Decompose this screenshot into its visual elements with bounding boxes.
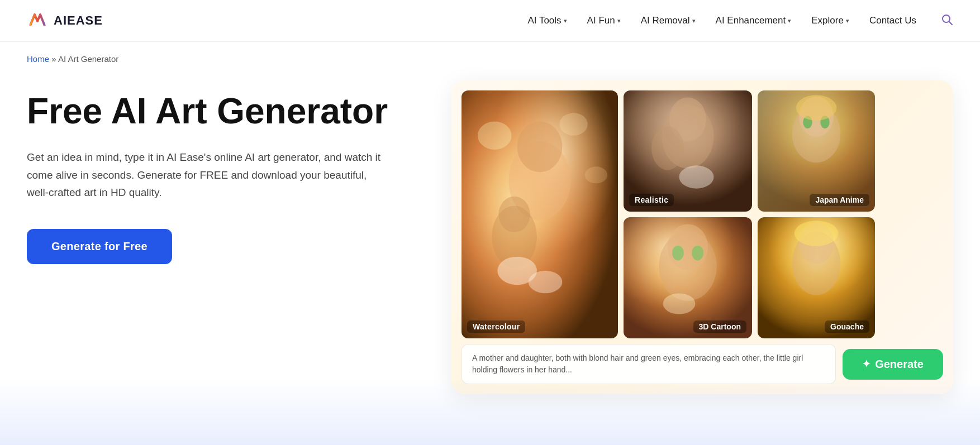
3d-cartoon-label: 3D Cartoon [693,320,746,333]
nav-item-ai-fun[interactable]: AI Fun ▾ [587,15,621,26]
svg-point-31 [692,246,703,261]
logo-icon [27,10,48,31]
nav-item-ai-removal[interactable]: AI Removal ▾ [641,15,696,26]
breadcrumb-separator: » [51,54,58,64]
svg-point-29 [668,224,708,270]
nav-item-ai-enhancement[interactable]: AI Enhancement ▾ [716,15,792,26]
generate-button[interactable]: ✦ Generate [843,349,943,380]
image-grid: Watercolour [462,90,943,338]
svg-point-18 [679,165,714,188]
hero-description: Get an idea in mind, type it in AI Ease'… [27,149,384,201]
prompt-text: A mother and daughter, both with blond h… [462,344,836,384]
generate-free-button[interactable]: Generate for Free [27,229,172,264]
chevron-down-icon: ▾ [846,17,849,25]
generate-button-label: Generate [875,358,924,371]
nav-item-explore[interactable]: Explore ▾ [811,15,849,26]
chevron-down-icon: ▾ [692,17,696,25]
image-cell-3d-cartoon: 3D Cartoon [624,217,752,338]
image-cell-realistic: Realistic [624,90,752,212]
svg-point-10 [498,197,530,233]
breadcrumb-home[interactable]: Home [27,54,49,64]
watercolour-label: Watercolour [467,320,525,333]
svg-point-12 [529,271,563,293]
image-cell-watercolour: Watercolour [462,90,618,338]
main-content: Free AI Art Generator Get an idea in min… [0,69,980,417]
svg-point-37 [795,221,839,246]
svg-point-5 [559,113,587,135]
nav-item-contact[interactable]: Contact Us [869,15,916,26]
svg-point-6 [585,166,607,183]
prompt-bar: A mother and daughter, both with blond h… [462,344,943,384]
image-grid-section: Watercolour [451,80,953,394]
page-title: Free AI Art Generator [27,92,418,131]
image-cell-gouache: Gouache [758,217,875,338]
svg-line-1 [949,21,953,25]
chevron-down-icon: ▾ [564,17,567,25]
anime-label: Japan Anime [810,194,869,206]
svg-point-25 [796,95,836,120]
gouache-label: Gouache [825,320,869,333]
main-nav: AI Tools ▾ AI Fun ▾ AI Removal ▾ AI Enha… [527,13,953,28]
svg-point-17 [651,126,684,170]
realistic-label: Realistic [629,194,674,206]
image-grid-container: Watercolour [451,80,953,394]
svg-point-32 [663,293,696,314]
svg-point-4 [478,122,512,150]
watercolour-image [462,90,618,338]
nav-item-ai-tools[interactable]: AI Tools ▾ [527,15,567,26]
logo-text: AIEASE [54,13,103,28]
chevron-down-icon: ▾ [617,17,621,25]
search-icon[interactable] [941,13,953,28]
wand-icon: ✦ [862,358,870,370]
chevron-down-icon: ▾ [788,17,791,25]
breadcrumb-current: AI Art Generator [58,54,118,64]
breadcrumb: Home » AI Art Generator [0,42,980,69]
svg-point-30 [672,246,684,261]
logo[interactable]: AIEASE [27,10,103,31]
image-cell-anime: Japan Anime [758,90,875,212]
svg-point-8 [517,122,563,173]
hero-section: Free AI Art Generator Get an idea in min… [27,80,418,264]
